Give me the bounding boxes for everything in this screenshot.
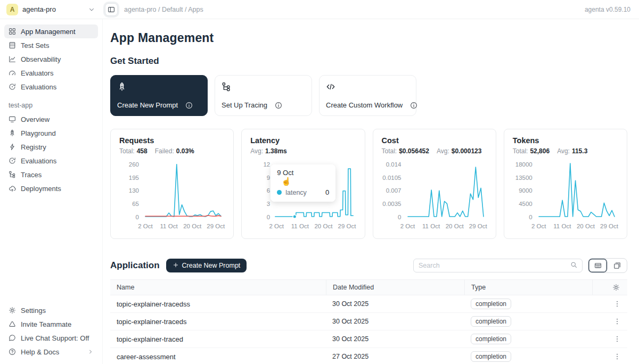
kebab-icon — [613, 318, 621, 325]
chart-stats: Avg:1.38ms — [250, 147, 356, 155]
kebab-icon — [613, 335, 621, 343]
sidebar-item-settings[interactable]: Settings — [4, 303, 98, 317]
sidebar-item-traces[interactable]: Traces — [4, 168, 98, 181]
gauge-icon — [9, 69, 16, 77]
sidebar-item-label: Traces — [21, 171, 42, 179]
sidebar-item-invite-teammate[interactable]: Invite Teammate — [4, 317, 98, 331]
sidebar-item-evaluators[interactable]: Evaluators — [4, 66, 98, 80]
tooltip-series-name: latency — [285, 189, 307, 196]
get-started-cards: Create New PromptSet Up TracingCreate Cu… — [110, 75, 627, 116]
sidebar-item-observability[interactable]: Observability — [4, 52, 98, 66]
create-new-prompt-button[interactable]: Create New Prompt — [166, 259, 247, 272]
cost-chart-card: CostTotal:$0.056452Avg:$0.0001230.0140.0… — [373, 129, 496, 239]
sidebar-item-label: Evaluations — [21, 157, 56, 165]
sidebar-item-help-docs[interactable]: Help & Docs — [4, 345, 98, 359]
sidebar-item-test-sets[interactable]: Test Sets — [4, 38, 98, 52]
sidebar-item-evaluations[interactable]: Evaluations — [4, 80, 98, 94]
sidebar-item-live-chat-support-off[interactable]: Live Chat Support: Off — [4, 331, 98, 345]
table-row-topic-explainer-tracedss[interactable]: topic-explainer-tracedss30 Oct 2025compl… — [110, 295, 627, 313]
table-row-career-assessment[interactable]: career-assessment27 Oct 2025completion — [110, 348, 627, 364]
chevron-down-icon — [88, 6, 95, 13]
sidebar: App ManagementTest SetsObservabilityEval… — [0, 19, 103, 364]
refresh-icon — [9, 83, 16, 90]
sidebar-item-label: Test Sets — [21, 42, 49, 49]
rocket-icon — [9, 129, 16, 137]
table-row-topic-explainer-traced[interactable]: topic-explainer-traced30 Oct 2025complet… — [110, 330, 627, 348]
info-icon — [185, 102, 193, 109]
sidebar-item-app-management[interactable]: App Management — [4, 24, 98, 38]
card-label: Create Custom Workflow — [326, 101, 403, 109]
sidebar-item-overview[interactable]: Overview — [4, 112, 98, 126]
metrics-charts-row: RequestsTotal:458Failed:0.03%26019513065… — [110, 129, 627, 239]
card-view-button[interactable] — [608, 259, 627, 272]
sidebar-item-label: Invite Teammate — [21, 320, 71, 328]
workspace-avatar: A — [6, 4, 18, 15]
application-header: Application Create New Prompt — [110, 258, 627, 273]
top-bar: A agenta-pro agenta-pro / Default / Apps… — [0, 0, 639, 19]
table-row-topic-explainer-traceds[interactable]: topic-explainer-traceds30 Oct 2025comple… — [110, 313, 627, 330]
app-date-modified: 27 Oct 2025 — [326, 353, 464, 360]
get-started-card-create-new-prompt[interactable]: Create New Prompt — [110, 75, 208, 116]
main-content: App Management Get Started Create New Pr… — [103, 19, 639, 364]
chart-title: Latency — [250, 136, 356, 145]
row-menu-button[interactable] — [592, 353, 627, 360]
app-version: agenta v0.59.10 — [585, 6, 639, 13]
table-list-icon — [9, 42, 16, 49]
app-date-modified: 30 Oct 2025 — [326, 318, 464, 325]
x-axis-labels: 2 Oct11 Oct20 Oct29 Oct — [275, 223, 354, 230]
sidebar-item-deployments[interactable]: Deployments — [4, 181, 98, 195]
sidebar-item-evaluations[interactable]: Evaluations — [4, 154, 98, 168]
table-view-button[interactable] — [588, 259, 608, 272]
sidebar-item-label: Live Chat Support: Off — [21, 334, 89, 342]
search-input[interactable] — [419, 262, 567, 269]
gear-icon — [9, 307, 16, 314]
app-name: career-assessment — [110, 353, 326, 361]
latency-chart-card: LatencyAvg:1.38ms1296302 Oct11 Oct20 Oct… — [241, 129, 365, 239]
table-header: NameDate ModifiedType — [110, 279, 627, 295]
app-type-badge: completion — [471, 316, 511, 327]
search-icon — [570, 261, 577, 270]
app-type-badge: completion — [471, 334, 511, 344]
tokens-chart-card: TokensTotal:52,806Avg:115.31800013500900… — [504, 129, 627, 239]
sidebar-item-label: Help & Docs — [21, 348, 59, 356]
row-menu-button[interactable] — [592, 335, 627, 343]
chevron-down-icon[interactable] — [88, 6, 95, 13]
chart-title: Cost — [382, 136, 487, 145]
chart-plot — [406, 162, 485, 220]
get-started-card-create-custom-workflow[interactable]: Create Custom Workflow — [319, 75, 416, 116]
cloud-icon — [9, 185, 16, 192]
failed-line — [145, 216, 221, 217]
get-started-card-set-up-tracing[interactable]: Set Up Tracing — [215, 75, 312, 116]
sidebar-item-label: Observability — [21, 55, 61, 63]
column-header-type: Type — [464, 280, 592, 295]
y-axis-labels: 0.0140.01050.0070.00350 — [382, 162, 406, 220]
tree-icon — [222, 82, 231, 92]
rocket-icon — [117, 82, 127, 92]
refresh-icon — [9, 157, 16, 164]
cost-line — [408, 167, 484, 217]
chevron-right-icon — [87, 349, 94, 355]
sidebar-item-registry[interactable]: Registry — [4, 140, 98, 154]
view-toggle — [588, 258, 627, 273]
column-settings-button[interactable] — [592, 280, 627, 295]
x-axis-labels: 2 Oct11 Oct20 Oct29 Oct — [406, 223, 485, 230]
app-name: topic-explainer-traceds — [110, 318, 326, 326]
chart-stats: Total:$0.056452Avg:$0.000123 — [382, 147, 487, 155]
card-view-icon — [613, 262, 621, 269]
row-menu-button[interactable] — [592, 318, 627, 325]
x-axis-labels: 2 Oct11 Oct20 Oct29 Oct — [144, 223, 223, 230]
breadcrumb[interactable]: agenta-pro / Default / Apps — [124, 6, 203, 13]
chart-line-icon — [9, 55, 16, 63]
workspace-selector[interactable]: A agenta-pro — [0, 4, 103, 15]
kebab-icon — [613, 353, 621, 360]
row-menu-button[interactable] — [592, 300, 627, 308]
chart-tooltip: 9 Oct☝latency0 — [271, 164, 335, 202]
app-type-badge: completion — [471, 351, 511, 362]
sidebar-item-playground[interactable]: Playground — [4, 126, 98, 140]
create-new-prompt-label: Create New Prompt — [182, 262, 241, 269]
tooltip-date: 9 Oct — [277, 169, 329, 177]
sidebar-toggle-button[interactable] — [105, 3, 118, 16]
app-type-badge: completion — [471, 299, 511, 309]
kebab-icon — [613, 300, 621, 308]
info-icon — [410, 102, 417, 109]
